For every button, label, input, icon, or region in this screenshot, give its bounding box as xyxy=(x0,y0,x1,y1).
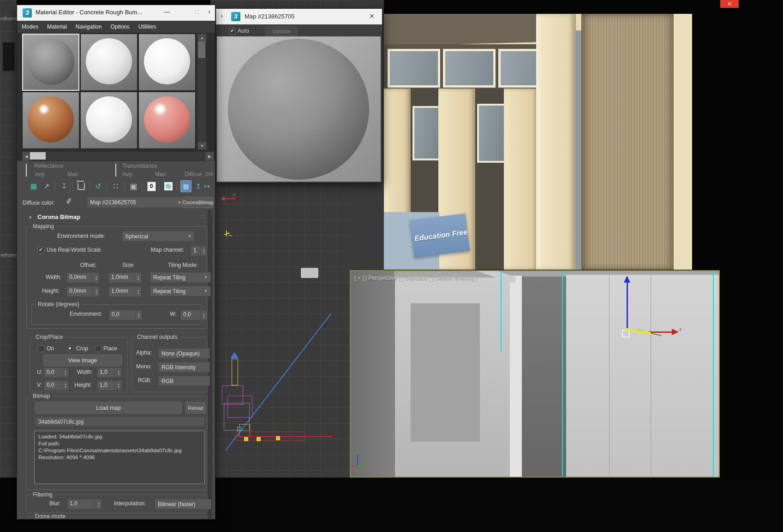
environment-mode-dropdown[interactable]: Spherical ▼ xyxy=(122,231,195,242)
go-forward-to-sibling-icon[interactable]: ↦ xyxy=(202,180,213,192)
minimize-icon[interactable]: — xyxy=(164,8,170,15)
reset-map-icon[interactable]: ↺ xyxy=(93,180,104,192)
map-channel-spinner[interactable]: 1 ▴▾ xyxy=(191,246,207,256)
spin-down-icon[interactable]: ▾ xyxy=(137,278,139,281)
load-map-button[interactable]: Load map xyxy=(35,402,182,414)
material-slot-2[interactable] xyxy=(80,34,137,91)
use-real-world-scale-checkbox[interactable]: ✔ xyxy=(37,247,44,254)
map-window-titlebar[interactable]: › 3 Map #2138625705 ✕ xyxy=(216,9,382,24)
scroll-left-button[interactable]: ◀ xyxy=(22,152,30,161)
spin-down-icon[interactable]: ▾ xyxy=(118,385,119,388)
delete-material-icon[interactable] xyxy=(76,180,87,192)
spin-down-icon[interactable]: ▾ xyxy=(96,292,97,295)
material-slot-1[interactable] xyxy=(22,34,79,91)
environment-rotate-spinner[interactable]: 0,0 ▴▾ xyxy=(109,310,142,320)
crop-radio[interactable] xyxy=(67,345,74,352)
assign-material-to-selection-icon[interactable]: ↧ xyxy=(59,180,70,192)
scroll-down-button[interactable]: ▼ xyxy=(197,142,207,150)
spin-down-icon[interactable]: ▾ xyxy=(118,372,119,375)
show-map-in-viewport-button[interactable]: ▤ xyxy=(180,180,191,192)
trash-icon xyxy=(78,183,85,190)
scroll-thumb[interactable] xyxy=(198,41,205,58)
update-button[interactable]: Update xyxy=(265,26,298,36)
material-editor-titlebar[interactable]: 3 Material Editor - Concrete Rough Bum..… xyxy=(17,5,215,21)
spin-down-icon[interactable]: ▾ xyxy=(96,278,97,281)
bitmap-info-box: Loaded: 34ab8da07c8c.jpg Full path: C:\P… xyxy=(34,431,205,484)
chevron-icon[interactable]: › xyxy=(221,12,223,19)
material-slot-3[interactable] xyxy=(138,34,196,91)
viewport-left-strip[interactable]: reframe ] reframe ] xyxy=(0,0,17,478)
width-size-spinner[interactable]: 1,0mm ▴▾ xyxy=(108,272,142,283)
mono-dropdown[interactable]: RGB Intensity xyxy=(158,362,210,372)
spin-down-icon[interactable]: ▾ xyxy=(65,385,66,388)
close-icon[interactable]: ✕ xyxy=(369,12,375,20)
w-spinner[interactable]: 0,0 ▴▾ xyxy=(180,310,207,320)
render-view[interactable]: Education Free xyxy=(384,14,692,270)
width-offset-spinner[interactable]: 0,0mm ▴▾ xyxy=(66,272,100,283)
eyedropper-icon[interactable]: ✐ xyxy=(65,196,73,206)
slots-vertical-scrollbar[interactable]: ▲ ▼ xyxy=(197,34,206,149)
slots-horizontal-scrollbar[interactable]: ◀ ▶ xyxy=(22,152,213,160)
map-preview-canvas[interactable] xyxy=(217,36,381,182)
map-name-dropdown[interactable]: Map #2138625705 ▼ xyxy=(87,197,185,208)
bitmap-filename-field[interactable]: 34ab8da07c8c.jpg xyxy=(35,417,205,426)
save-material-icon[interactable]: ▣ xyxy=(128,180,139,192)
spin-down-icon[interactable]: ▾ xyxy=(65,372,66,375)
scroll-thumb[interactable] xyxy=(30,152,46,160)
map-type-button[interactable]: CoronaBitmap xyxy=(182,197,214,208)
get-material-icon[interactable]: ▦ xyxy=(28,180,39,192)
menu-modes[interactable]: Modes xyxy=(22,24,38,30)
spin-down-icon[interactable]: ▾ xyxy=(203,251,204,254)
grip-icon: ∷ xyxy=(201,213,204,220)
scroll-up-button[interactable]: ▲ xyxy=(197,34,207,42)
v-spinner[interactable]: 0,0 ▴▾ xyxy=(44,380,69,390)
place-radio[interactable] xyxy=(95,345,102,352)
crop-height-spinner[interactable]: 1,0 ▴▾ xyxy=(97,380,122,390)
u-spinner[interactable]: 0,0 ▴▾ xyxy=(44,367,69,378)
selected-edge xyxy=(713,271,714,477)
reload-button[interactable]: Reload xyxy=(185,402,206,414)
spin-down-icon[interactable]: ▾ xyxy=(98,504,99,507)
gizmo-z-arrowhead-icon[interactable] xyxy=(624,276,630,283)
height-tiling-dropdown[interactable]: Repeat Tiling ▼ xyxy=(150,286,211,296)
crop-width-spinner[interactable]: 1,0 ▴▾ xyxy=(97,367,122,378)
auto-checkbox[interactable]: ✔ xyxy=(229,28,236,35)
make-preview-icon[interactable]: ∷ xyxy=(110,180,121,192)
alpha-dropdown[interactable]: None (Opaque) xyxy=(158,348,210,359)
viewport-label-fragment: reframe ] xyxy=(0,16,17,21)
material-slot-6[interactable] xyxy=(138,92,196,149)
height-size-spinner[interactable]: 1,0mm ▴▾ xyxy=(108,286,142,297)
interpolation-dropdown[interactable]: Bilinear (faster) xyxy=(155,499,211,509)
scroll-right-button[interactable]: ▶ xyxy=(205,152,214,161)
blur-spinner[interactable]: 1,0 ▴▾ xyxy=(67,499,102,509)
viewport-perspective[interactable]: [ + ] [ Perspective ] [ Standard ] [ Def… xyxy=(350,270,720,478)
rgb-dropdown[interactable]: RGB xyxy=(158,376,210,386)
chevron-icon[interactable]: › xyxy=(208,7,210,15)
material-slot-5[interactable] xyxy=(80,92,137,149)
close-button[interactable]: ✕ xyxy=(720,0,739,8)
menu-options[interactable]: Options xyxy=(110,24,129,30)
scene-pillar xyxy=(510,276,522,477)
map-channel-value: 1 xyxy=(191,246,200,255)
material-slot-4[interactable] xyxy=(22,92,79,149)
spin-down-icon[interactable]: ▾ xyxy=(138,315,139,318)
put-to-library-icon[interactable]: ↗ xyxy=(41,180,52,192)
menu-navigation[interactable]: Navigation xyxy=(76,24,102,30)
background-toggle-icon[interactable] xyxy=(163,180,174,192)
gizmo-z-axis[interactable] xyxy=(627,282,628,328)
zero-iterations-button[interactable]: 0 xyxy=(146,180,157,192)
gizmo-origin-handle[interactable] xyxy=(622,330,630,337)
gizmo-x-arrowhead-icon[interactable] xyxy=(672,329,679,335)
spin-down-icon[interactable]: ▾ xyxy=(137,292,139,295)
view-image-button[interactable]: View Image xyxy=(43,355,122,366)
chevron-down-icon: ▼ xyxy=(178,201,181,205)
spin-down-icon[interactable]: ▾ xyxy=(203,315,204,318)
viewport-label[interactable]: [ + ] [ Perspective ] [ Standard ] [ Def… xyxy=(354,275,478,281)
crop-on-checkbox[interactable] xyxy=(38,345,45,352)
menu-utilities[interactable]: Utilities xyxy=(138,24,156,30)
maximize-icon[interactable]: □ xyxy=(195,8,199,15)
rollout-header[interactable]: ▼ Corona Bitmap ∷ xyxy=(17,213,206,223)
height-offset-spinner[interactable]: 0,0mm ▴▾ xyxy=(66,286,100,297)
width-tiling-dropdown[interactable]: Repeat Tiling ▼ xyxy=(150,272,211,283)
menu-material[interactable]: Material xyxy=(47,24,67,30)
